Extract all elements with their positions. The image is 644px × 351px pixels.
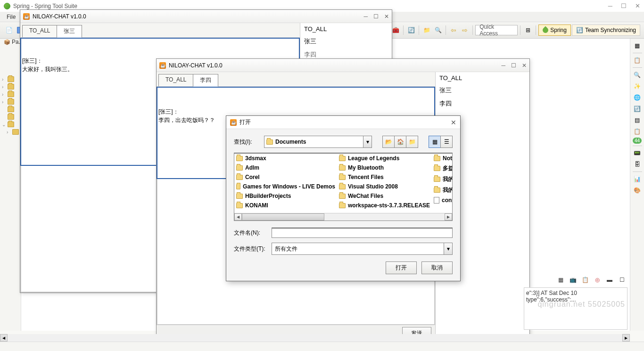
quick-access-input[interactable]: Quick Access: [475, 25, 518, 35]
tb-forward[interactable]: [460, 25, 470, 35]
project-icon[interactable]: [8, 99, 14, 105]
dialog-close-button[interactable]: ✕: [451, 119, 456, 126]
console-btn-1[interactable]: ▦: [555, 275, 566, 285]
perspective-team[interactable]: 🔃 Team Synchronizing: [572, 24, 640, 36]
trim-explore[interactable]: 📊: [632, 174, 643, 184]
trim-sync[interactable]: 🔃: [632, 104, 643, 114]
chat-b-title: NILOAY-CHAT v1.0.0: [169, 62, 223, 69]
trim-servers[interactable]: 📟: [632, 148, 643, 158]
chat-a-tab-all[interactable]: TO_ALL: [22, 25, 57, 37]
tb-folder[interactable]: 📁: [421, 25, 432, 35]
maximize-button[interactable]: ☐: [621, 2, 627, 9]
file-item[interactable]: workspace-sts-3.7.3.RELEASE: [337, 201, 432, 210]
console-btn-6[interactable]: ☐: [617, 275, 627, 285]
open-button[interactable]: 打开: [386, 261, 417, 274]
project-icon[interactable]: [8, 114, 14, 120]
notification-badge[interactable]: 44: [633, 138, 642, 144]
open-perspective[interactable]: ⊞: [523, 25, 533, 35]
file-item[interactable]: conf: [432, 196, 453, 205]
team-sync-icon: 🔃: [576, 27, 583, 33]
project-icon[interactable]: [8, 76, 14, 82]
view-list-button[interactable]: ▦: [429, 136, 441, 148]
file-open-dialog: ☕ 打开 ✕ 查找(I): Documents ▾ 📂 🏠 📁 ▦ ☰: [226, 115, 461, 281]
file-item[interactable]: Adlm: [234, 163, 337, 172]
chat-b-tab-user[interactable]: 李四: [193, 74, 218, 87]
file-item[interactable]: 我的: [432, 174, 453, 185]
file-item[interactable]: League of Legends: [337, 154, 432, 163]
trim-data[interactable]: 🗄: [632, 159, 643, 170]
folder-icon[interactable]: [12, 129, 19, 135]
tb-reload[interactable]: 🔄: [406, 25, 416, 35]
userlist-user1[interactable]: 张三: [300, 35, 392, 48]
userlist-user2[interactable]: 李四: [436, 97, 529, 110]
file-list-scrollbar[interactable]: ◀ ▶: [234, 213, 452, 220]
file-item[interactable]: KONAMI: [234, 201, 337, 210]
chat-a-minimize[interactable]: ─: [363, 13, 368, 20]
filetype-label: 文件类型(T):: [234, 245, 268, 253]
status-bar: [0, 342, 644, 351]
console-target-icon[interactable]: ◎: [592, 275, 603, 285]
chat-b-tab-all[interactable]: TO_ALL: [158, 74, 193, 86]
menu-file[interactable]: File: [4, 13, 18, 21]
nav-home-button[interactable]: 🏠: [394, 136, 406, 148]
chat-a-tab-user[interactable]: 张三: [57, 25, 82, 38]
chat-a-close[interactable]: ✕: [384, 13, 389, 20]
trim-outline[interactable]: ▦: [632, 41, 643, 51]
tb-search[interactable]: 🔍: [433, 25, 443, 35]
trim-search[interactable]: 🔍: [632, 70, 643, 80]
file-item[interactable]: WeChat Files: [337, 191, 432, 201]
project-icon[interactable]: [8, 122, 14, 127]
view-details-button[interactable]: ☰: [440, 136, 453, 148]
perspective-spring[interactable]: Spring: [538, 24, 571, 36]
lookin-label: 查找(I):: [234, 138, 260, 146]
chat-b-maximize[interactable]: ☐: [511, 62, 516, 69]
filename-input[interactable]: [272, 228, 453, 238]
nav-newfolder-button[interactable]: 📁: [406, 136, 418, 148]
file-item[interactable]: HBuilderProjects: [234, 191, 337, 201]
trim-globe[interactable]: 🌐: [632, 92, 643, 103]
console-btn-3[interactable]: 📋: [580, 275, 590, 285]
java-icon: ☕: [159, 62, 166, 69]
trim-props[interactable]: ▤: [632, 115, 643, 125]
file-item[interactable]: Games for Windows - LIVE Demos: [234, 182, 337, 191]
dropdown-arrow-icon[interactable]: ▾: [363, 136, 372, 147]
file-item[interactable]: Visual Studio 2008: [337, 182, 432, 191]
dialog-title: 打开: [239, 118, 251, 126]
console-btn-2[interactable]: 📺: [568, 275, 578, 285]
file-item[interactable]: 我的: [432, 185, 453, 196]
chat-a-title: NILOAY-CHAT v1.0.0: [33, 13, 86, 20]
userlist-user1[interactable]: 张三: [436, 84, 529, 97]
app-title: Spring - Spring Tool Suite: [13, 3, 77, 9]
file-item[interactable]: My Bluetooth: [337, 163, 432, 172]
trim-tasks[interactable]: 📋: [632, 55, 643, 65]
lookin-combo[interactable]: Documents ▾: [264, 136, 372, 148]
file-item[interactable]: Tencent Files: [337, 172, 432, 182]
trim-wand[interactable]: ✨: [632, 81, 643, 91]
trim-palette[interactable]: 🎨: [632, 185, 643, 196]
horizontal-scrollbar[interactable]: ◀ ▶: [0, 334, 630, 342]
tb-back[interactable]: [448, 25, 459, 35]
chat-b-close[interactable]: ✕: [522, 62, 527, 69]
file-item[interactable]: 3dsmax: [234, 154, 337, 163]
trim-paste[interactable]: 📋: [632, 126, 643, 137]
file-item[interactable]: Note: [432, 154, 453, 163]
file-item[interactable]: 多益: [432, 163, 453, 174]
chat-b-minimize[interactable]: ─: [501, 62, 505, 69]
project-icon[interactable]: [8, 84, 14, 90]
dropdown-arrow-icon[interactable]: ▾: [444, 243, 452, 254]
close-button[interactable]: ✕: [635, 2, 640, 9]
filetype-select[interactable]: 所有文件 ▾: [272, 243, 453, 255]
userlist-all[interactable]: TO_ALL: [436, 72, 529, 84]
file-list[interactable]: 3dsmax Adlm Corel Games for Windows - LI…: [234, 153, 453, 221]
project-icon[interactable]: [8, 91, 14, 97]
filename-label: 文件名(N):: [234, 229, 268, 237]
console-btn-5[interactable]: ▬: [604, 275, 615, 285]
tb-new[interactable]: 📄: [4, 25, 14, 35]
file-item[interactable]: Corel: [234, 172, 337, 182]
minimize-button[interactable]: ─: [608, 2, 612, 9]
nav-up-button[interactable]: 📂: [382, 136, 395, 148]
cancel-button[interactable]: 取消: [421, 261, 453, 274]
project-icon[interactable]: [8, 106, 14, 112]
chat-a-maximize[interactable]: ☐: [373, 13, 379, 20]
userlist-all[interactable]: TO_ALL: [300, 23, 392, 35]
